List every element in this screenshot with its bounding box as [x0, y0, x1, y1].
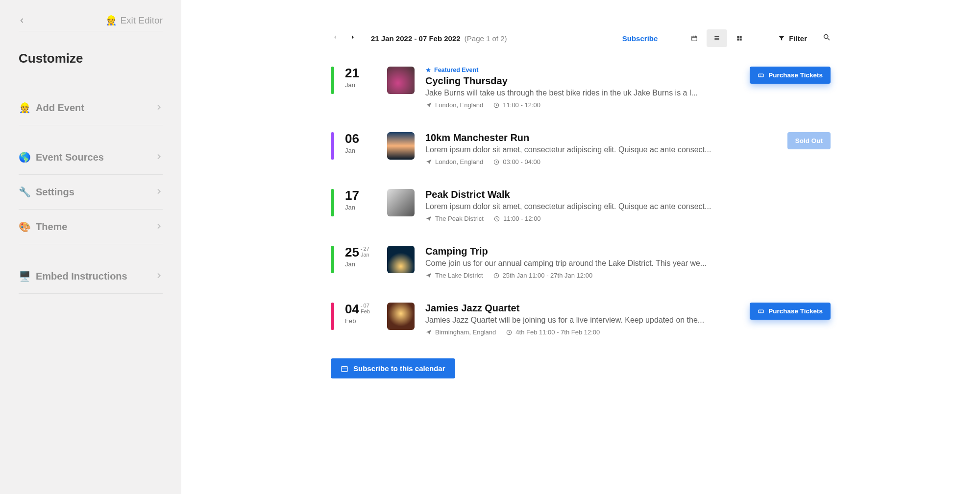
event-time: 4th Feb 11:00 - 7th Feb 12:00 — [506, 329, 600, 336]
event-location: London, England — [425, 101, 483, 109]
svg-marker-21 — [426, 159, 432, 165]
search-button[interactable] — [823, 33, 831, 43]
sidebar-item-label: Add Event — [36, 102, 84, 114]
event-cta-label: Sold Out — [795, 137, 823, 144]
event-cta-button[interactable]: Purchase Tickets — [750, 67, 831, 84]
clock-icon — [493, 272, 500, 279]
main-content: 21 Jan 2022 - 07 Feb 2022 (Page 1 of 2) … — [181, 0, 980, 494]
event-title: Peak District Walk — [425, 189, 821, 200]
featured-label: Featured Event — [434, 67, 478, 73]
calendar-icon — [691, 35, 698, 42]
sidebar-item-settings[interactable]: 🔧Settings — [19, 175, 163, 210]
event-cta-button: Sold Out — [787, 132, 831, 149]
event-time: 11:00 - 12:00 — [493, 215, 541, 222]
event-cta-button[interactable]: Purchase Tickets — [750, 303, 831, 320]
page-info: (Page 1 of 2) — [465, 34, 507, 43]
location-icon — [425, 215, 432, 222]
clock-icon — [506, 329, 513, 336]
prev-page-button[interactable] — [331, 34, 340, 43]
event-content: Jamies Jazz QuartetJamies Jazz Quartet w… — [425, 303, 739, 336]
event-row[interactable]: 21JanFeatured EventCycling ThursdayJake … — [331, 67, 831, 109]
chevron-right-icon — [155, 270, 163, 282]
event-month: Jan — [345, 81, 376, 89]
event-color-bar — [331, 132, 334, 160]
event-row[interactable]: 04-07FebFebJamies Jazz QuartetJamies Jaz… — [331, 303, 831, 336]
svg-rect-8 — [715, 39, 719, 40]
clock-icon — [493, 102, 500, 109]
range-end: 07 Feb 2022 — [419, 34, 461, 43]
event-description: Jamies Jazz Quartet will be joining us f… — [425, 316, 729, 325]
calendar-icon — [341, 365, 348, 373]
svg-rect-10 — [740, 36, 742, 38]
chevron-right-icon — [155, 151, 163, 164]
ticket-icon — [758, 308, 764, 315]
toolbar: 21 Jan 2022 - 07 Feb 2022 (Page 1 of 2) … — [331, 29, 831, 47]
grid-view-button[interactable] — [729, 29, 750, 47]
svg-marker-17 — [426, 102, 432, 108]
exit-editor-link[interactable]: 👷 Exit Editor — [105, 15, 163, 26]
list-icon — [713, 35, 720, 42]
event-title: Jamies Jazz Quartet — [425, 303, 729, 314]
exit-editor-label: Exit Editor — [120, 15, 163, 26]
location-icon — [425, 272, 432, 279]
svg-rect-31 — [342, 366, 347, 372]
sidebar-item-embed-instructions[interactable]: 🖥️Embed Instructions — [19, 259, 163, 294]
sidebar-item-emoji: 🎨 — [19, 221, 31, 233]
event-time: 25th Jan 11:00 - 27th Jan 12:00 — [493, 272, 593, 279]
search-icon — [823, 33, 831, 41]
event-location-text: The Lake District — [435, 272, 483, 279]
back-icon[interactable] — [19, 14, 28, 27]
event-month: Feb — [345, 317, 376, 325]
svg-line-15 — [828, 38, 830, 40]
event-time: 03:00 - 04:00 — [493, 158, 540, 165]
event-month: Jan — [345, 147, 376, 154]
event-location-text: London, England — [435, 101, 483, 109]
ticket-icon — [758, 72, 764, 79]
sidebar-item-label: Theme — [36, 221, 67, 233]
sidebar-item-label: Embed Instructions — [36, 271, 127, 282]
event-date: 21Jan — [345, 67, 376, 89]
svg-rect-9 — [737, 36, 739, 38]
sidebar-item-label: Settings — [36, 187, 74, 198]
event-time: 11:00 - 12:00 — [493, 101, 540, 109]
filter-button[interactable]: Filter — [778, 34, 807, 43]
subscribe-calendar-label: Subscribe to this calendar — [353, 364, 445, 373]
calendar-view-button[interactable] — [684, 29, 705, 47]
event-row[interactable]: 17JanPeak District WalkLorem ipsum dolor… — [331, 189, 831, 222]
construction-worker-icon: 👷 — [105, 15, 117, 26]
svg-marker-23 — [426, 216, 432, 221]
sidebar-item-emoji: 🖥️ — [19, 270, 31, 282]
event-location-text: London, England — [435, 158, 483, 165]
event-time-text: 4th Feb 11:00 - 7th Feb 12:00 — [515, 329, 600, 336]
event-row[interactable]: 25-27JanJanCamping TripCome join us for … — [331, 246, 831, 279]
event-content: Camping TripCome join us for our annual … — [425, 246, 831, 279]
event-row[interactable]: 06Jan10km Manchester RunLorem ipsum dolo… — [331, 132, 831, 165]
sidebar-item-label: Event Sources — [36, 152, 104, 163]
svg-marker-13 — [779, 36, 784, 41]
sidebar: 👷 Exit Editor Customize 👷Add Event🌎Event… — [0, 0, 181, 494]
svg-marker-1 — [352, 35, 354, 39]
svg-rect-29 — [759, 310, 764, 313]
event-location: The Peak District — [425, 215, 484, 222]
event-time-text: 11:00 - 12:00 — [503, 215, 541, 222]
sidebar-item-event-sources[interactable]: 🌎Event Sources — [19, 140, 163, 175]
clock-icon — [493, 159, 500, 165]
sidebar-item-theme[interactable]: 🎨Theme — [19, 210, 163, 244]
event-location: London, England — [425, 158, 483, 165]
range-start: 21 Jan 2022 — [371, 34, 412, 43]
event-thumbnail — [387, 132, 415, 160]
event-month: Jan — [345, 260, 376, 268]
event-description: Lorem ipsum dolor sit amet, consectetur … — [425, 145, 767, 154]
list-view-button[interactable] — [707, 29, 727, 47]
subscribe-link[interactable]: Subscribe — [622, 34, 658, 43]
sidebar-item-add-event[interactable]: 👷Add Event — [19, 91, 163, 125]
next-page-button[interactable] — [348, 34, 357, 43]
event-color-bar — [331, 189, 334, 216]
event-thumbnail — [387, 303, 415, 330]
svg-rect-6 — [715, 36, 719, 37]
event-date: 06Jan — [345, 132, 376, 154]
filter-label: Filter — [789, 34, 807, 43]
event-date: 25-27JanJan — [345, 246, 376, 268]
event-description: Jake Burns will take us through the best… — [425, 89, 729, 97]
subscribe-calendar-button[interactable]: Subscribe to this calendar — [331, 358, 455, 378]
